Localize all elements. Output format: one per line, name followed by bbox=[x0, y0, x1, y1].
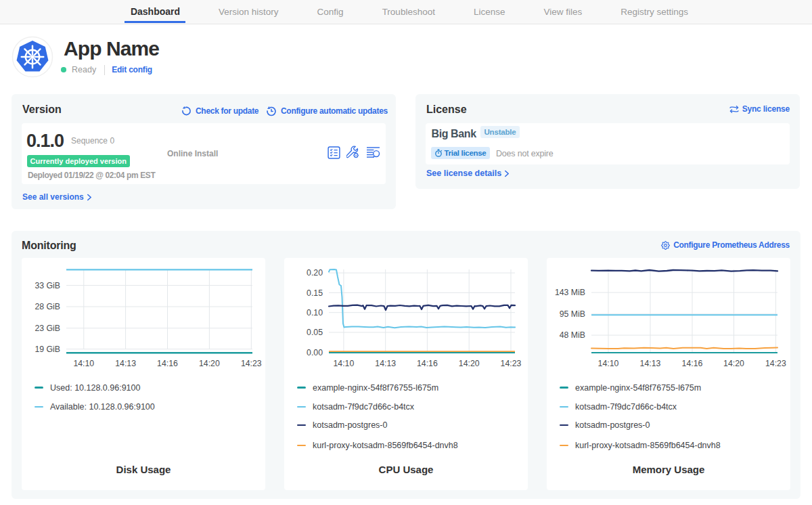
svg-text:14:16: 14:16 bbox=[417, 359, 438, 368]
svg-text:23 GiB: 23 GiB bbox=[35, 324, 60, 333]
svg-text:0.05: 0.05 bbox=[307, 328, 323, 337]
svg-text:0.00: 0.00 bbox=[307, 348, 323, 357]
svg-text:14:13: 14:13 bbox=[115, 359, 136, 368]
svg-text:14:10: 14:10 bbox=[73, 359, 94, 368]
svg-text:14:23: 14:23 bbox=[241, 359, 262, 368]
svg-text:14:20: 14:20 bbox=[723, 359, 744, 368]
svg-text:28 GiB: 28 GiB bbox=[35, 302, 60, 311]
svg-text:48 MiB: 48 MiB bbox=[560, 330, 585, 340]
svg-text:19 GiB: 19 GiB bbox=[35, 345, 60, 354]
svg-text:95 MiB: 95 MiB bbox=[560, 309, 585, 319]
svg-text:14:13: 14:13 bbox=[375, 359, 396, 368]
svg-text:33 GiB: 33 GiB bbox=[35, 281, 60, 290]
svg-text:14:20: 14:20 bbox=[459, 359, 480, 368]
svg-text:14:16: 14:16 bbox=[682, 359, 703, 368]
svg-text:143 MiB: 143 MiB bbox=[555, 288, 585, 297]
svg-text:14:10: 14:10 bbox=[598, 359, 619, 368]
svg-text:14:20: 14:20 bbox=[199, 359, 220, 368]
svg-text:0.10: 0.10 bbox=[307, 308, 323, 317]
svg-text:14:10: 14:10 bbox=[334, 359, 355, 368]
svg-text:14:23: 14:23 bbox=[765, 359, 786, 368]
svg-text:0.15: 0.15 bbox=[307, 288, 323, 298]
svg-text:14:23: 14:23 bbox=[501, 359, 522, 368]
svg-text:14:16: 14:16 bbox=[157, 359, 178, 368]
svg-text:14:13: 14:13 bbox=[640, 359, 661, 368]
svg-text:0.20: 0.20 bbox=[307, 268, 323, 278]
